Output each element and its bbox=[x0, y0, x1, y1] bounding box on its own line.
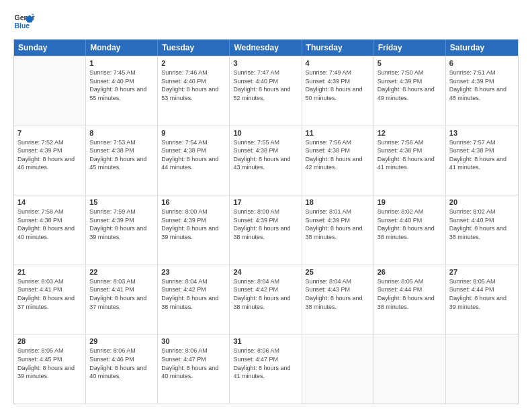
weekday-header-thursday: Thursday bbox=[302, 40, 374, 56]
day-cell-17: 17Sunrise: 8:00 AMSunset: 4:39 PMDayligh… bbox=[230, 195, 302, 265]
day-info: Sunrise: 8:06 AMSunset: 4:46 PMDaylight:… bbox=[89, 347, 154, 380]
page: General Blue SundayMondayTuesdayWednesda… bbox=[0, 0, 532, 411]
day-number: 13 bbox=[449, 129, 515, 137]
day-info: Sunrise: 7:52 AMSunset: 4:39 PMDaylight:… bbox=[17, 138, 82, 172]
day-info: Sunrise: 7:57 AMSunset: 4:38 PMDaylight:… bbox=[449, 138, 515, 172]
day-cell-27: 27Sunrise: 8:05 AMSunset: 4:44 PMDayligh… bbox=[446, 265, 518, 334]
calendar-row-3: 14Sunrise: 7:58 AMSunset: 4:38 PMDayligh… bbox=[14, 195, 518, 265]
day-number: 1 bbox=[89, 59, 154, 67]
day-cell-20: 20Sunrise: 8:02 AMSunset: 4:40 PMDayligh… bbox=[446, 195, 518, 265]
day-info: Sunrise: 8:05 AMSunset: 4:45 PMDaylight:… bbox=[17, 347, 82, 380]
day-cell-16: 16Sunrise: 8:00 AMSunset: 4:39 PMDayligh… bbox=[158, 195, 230, 265]
day-number: 27 bbox=[449, 268, 515, 276]
day-info: Sunrise: 8:05 AMSunset: 4:44 PMDaylight:… bbox=[449, 277, 515, 311]
day-number: 31 bbox=[233, 337, 298, 345]
weekday-header-saturday: Saturday bbox=[446, 40, 518, 56]
day-info: Sunrise: 8:04 AMSunset: 4:42 PMDaylight:… bbox=[233, 277, 298, 311]
day-cell-22: 22Sunrise: 8:03 AMSunset: 4:41 PMDayligh… bbox=[86, 265, 158, 334]
day-info: Sunrise: 7:55 AMSunset: 4:38 PMDaylight:… bbox=[233, 138, 298, 172]
logo: General Blue bbox=[13, 11, 35, 32]
day-cell-24: 24Sunrise: 8:04 AMSunset: 4:42 PMDayligh… bbox=[230, 265, 302, 334]
day-cell-12: 12Sunrise: 7:56 AMSunset: 4:38 PMDayligh… bbox=[374, 126, 446, 195]
weekday-header-friday: Friday bbox=[374, 40, 446, 56]
day-info: Sunrise: 7:50 AMSunset: 4:39 PMDaylight:… bbox=[378, 68, 442, 102]
day-number: 3 bbox=[233, 59, 298, 67]
calendar-header: SundayMondayTuesdayWednesdayThursdayFrid… bbox=[14, 40, 518, 56]
day-cell-1: 1Sunrise: 7:45 AMSunset: 4:40 PMDaylight… bbox=[86, 56, 158, 126]
day-number: 22 bbox=[89, 268, 154, 276]
day-number: 9 bbox=[161, 129, 226, 137]
day-cell-4: 4Sunrise: 7:49 AMSunset: 4:39 PMDaylight… bbox=[302, 56, 374, 126]
day-cell-29: 29Sunrise: 8:06 AMSunset: 4:46 PMDayligh… bbox=[86, 334, 158, 404]
day-info: Sunrise: 7:59 AMSunset: 4:39 PMDaylight:… bbox=[89, 208, 154, 241]
empty-cell bbox=[374, 334, 446, 404]
day-info: Sunrise: 7:56 AMSunset: 4:38 PMDaylight:… bbox=[378, 138, 442, 172]
empty-cell bbox=[446, 334, 518, 404]
weekday-header-monday: Monday bbox=[86, 40, 158, 56]
day-number: 26 bbox=[378, 268, 442, 276]
calendar-row-4: 21Sunrise: 8:03 AMSunset: 4:41 PMDayligh… bbox=[14, 265, 518, 334]
day-number: 12 bbox=[378, 129, 442, 137]
day-cell-19: 19Sunrise: 8:02 AMSunset: 4:40 PMDayligh… bbox=[374, 195, 446, 265]
day-number: 14 bbox=[17, 198, 82, 206]
day-info: Sunrise: 8:00 AMSunset: 4:39 PMDaylight:… bbox=[161, 208, 226, 241]
day-number: 18 bbox=[306, 198, 370, 206]
day-number: 30 bbox=[161, 337, 226, 345]
day-cell-13: 13Sunrise: 7:57 AMSunset: 4:38 PMDayligh… bbox=[446, 126, 518, 195]
day-number: 20 bbox=[449, 198, 515, 206]
day-info: Sunrise: 7:56 AMSunset: 4:38 PMDaylight:… bbox=[306, 138, 370, 172]
day-cell-14: 14Sunrise: 7:58 AMSunset: 4:38 PMDayligh… bbox=[14, 195, 86, 265]
day-cell-21: 21Sunrise: 8:03 AMSunset: 4:41 PMDayligh… bbox=[14, 265, 86, 334]
day-info: Sunrise: 8:01 AMSunset: 4:39 PMDaylight:… bbox=[306, 208, 370, 241]
day-cell-3: 3Sunrise: 7:47 AMSunset: 4:40 PMDaylight… bbox=[230, 56, 302, 126]
day-info: Sunrise: 7:58 AMSunset: 4:38 PMDaylight:… bbox=[17, 208, 82, 241]
day-number: 11 bbox=[306, 129, 370, 137]
day-info: Sunrise: 7:47 AMSunset: 4:40 PMDaylight:… bbox=[233, 68, 298, 102]
day-info: Sunrise: 7:49 AMSunset: 4:39 PMDaylight:… bbox=[306, 68, 370, 102]
day-number: 8 bbox=[89, 129, 154, 137]
day-number: 29 bbox=[89, 337, 154, 345]
day-number: 17 bbox=[233, 198, 298, 206]
day-cell-23: 23Sunrise: 8:04 AMSunset: 4:42 PMDayligh… bbox=[158, 265, 230, 334]
day-info: Sunrise: 7:51 AMSunset: 4:39 PMDaylight:… bbox=[449, 68, 515, 102]
weekday-header-tuesday: Tuesday bbox=[158, 40, 230, 56]
day-number: 25 bbox=[306, 268, 370, 276]
day-info: Sunrise: 8:04 AMSunset: 4:43 PMDaylight:… bbox=[306, 277, 370, 311]
day-number: 19 bbox=[378, 198, 442, 206]
day-number: 28 bbox=[17, 337, 82, 345]
day-info: Sunrise: 7:53 AMSunset: 4:38 PMDaylight:… bbox=[89, 138, 154, 172]
day-cell-26: 26Sunrise: 8:05 AMSunset: 4:44 PMDayligh… bbox=[374, 265, 446, 334]
day-number: 23 bbox=[161, 268, 226, 276]
day-cell-25: 25Sunrise: 8:04 AMSunset: 4:43 PMDayligh… bbox=[302, 265, 374, 334]
weekday-header-wednesday: Wednesday bbox=[230, 40, 302, 56]
day-cell-9: 9Sunrise: 7:54 AMSunset: 4:38 PMDaylight… bbox=[158, 126, 230, 195]
calendar-body: 1Sunrise: 7:45 AMSunset: 4:40 PMDaylight… bbox=[14, 56, 518, 404]
weekday-header-sunday: Sunday bbox=[14, 40, 86, 56]
day-cell-31: 31Sunrise: 8:06 AMSunset: 4:47 PMDayligh… bbox=[230, 334, 302, 404]
day-info: Sunrise: 8:00 AMSunset: 4:39 PMDaylight:… bbox=[233, 208, 298, 241]
day-info: Sunrise: 8:02 AMSunset: 4:40 PMDaylight:… bbox=[449, 208, 515, 241]
day-cell-5: 5Sunrise: 7:50 AMSunset: 4:39 PMDaylight… bbox=[374, 56, 446, 126]
calendar-row-2: 7Sunrise: 7:52 AMSunset: 4:39 PMDaylight… bbox=[14, 126, 518, 195]
day-number: 5 bbox=[378, 59, 442, 67]
day-info: Sunrise: 7:54 AMSunset: 4:38 PMDaylight:… bbox=[161, 138, 226, 172]
day-number: 15 bbox=[89, 198, 154, 206]
day-number: 2 bbox=[161, 59, 226, 67]
day-info: Sunrise: 8:03 AMSunset: 4:41 PMDaylight:… bbox=[17, 277, 82, 311]
day-cell-30: 30Sunrise: 8:06 AMSunset: 4:47 PMDayligh… bbox=[158, 334, 230, 404]
day-cell-6: 6Sunrise: 7:51 AMSunset: 4:39 PMDaylight… bbox=[446, 56, 518, 126]
header: General Blue bbox=[13, 11, 519, 32]
day-info: Sunrise: 8:06 AMSunset: 4:47 PMDaylight:… bbox=[233, 347, 298, 380]
day-number: 7 bbox=[17, 129, 82, 137]
day-number: 10 bbox=[233, 129, 298, 137]
day-cell-8: 8Sunrise: 7:53 AMSunset: 4:38 PMDaylight… bbox=[86, 126, 158, 195]
day-info: Sunrise: 8:06 AMSunset: 4:47 PMDaylight:… bbox=[161, 347, 226, 380]
day-cell-18: 18Sunrise: 8:01 AMSunset: 4:39 PMDayligh… bbox=[302, 195, 374, 265]
day-cell-15: 15Sunrise: 7:59 AMSunset: 4:39 PMDayligh… bbox=[86, 195, 158, 265]
empty-cell bbox=[302, 334, 374, 404]
empty-cell bbox=[14, 56, 86, 126]
day-number: 24 bbox=[233, 268, 298, 276]
day-cell-10: 10Sunrise: 7:55 AMSunset: 4:38 PMDayligh… bbox=[230, 126, 302, 195]
day-info: Sunrise: 7:46 AMSunset: 4:40 PMDaylight:… bbox=[161, 68, 226, 102]
day-info: Sunrise: 8:03 AMSunset: 4:41 PMDaylight:… bbox=[89, 277, 154, 311]
